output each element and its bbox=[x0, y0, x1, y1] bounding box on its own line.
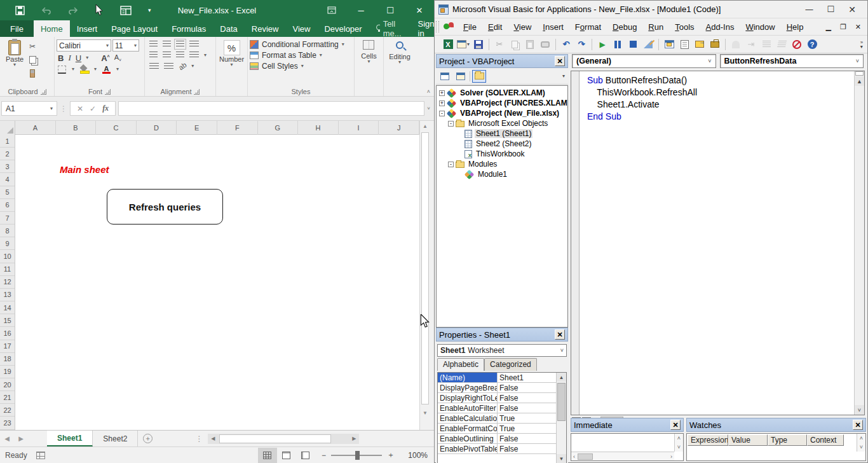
property-row-enablepivottable[interactable]: EnablePivotTableFalse bbox=[438, 444, 556, 454]
properties-panel-header[interactable]: Properties - Sheet1 ✕ bbox=[436, 328, 568, 342]
align-bottom-icon[interactable] bbox=[176, 41, 184, 48]
immediate-header[interactable]: Immediate ✕ bbox=[571, 418, 684, 432]
immediate-close-icon[interactable]: ✕ bbox=[670, 420, 681, 430]
watch-column-context[interactable]: Context bbox=[807, 434, 844, 446]
ribbon-options-icon[interactable] bbox=[317, 0, 346, 20]
design-mode-icon[interactable] bbox=[641, 38, 655, 52]
property-row-displayrighttoleft[interactable]: DisplayRightToLeftFalse bbox=[438, 393, 556, 403]
save-icon[interactable] bbox=[15, 6, 25, 15]
new-sheet-button[interactable]: ＋ bbox=[138, 431, 157, 446]
hscroll-right-icon[interactable]: ▶ bbox=[349, 434, 359, 444]
column-header-j[interactable]: J bbox=[379, 121, 419, 135]
project-close-icon[interactable]: ✕ bbox=[555, 56, 565, 66]
column-header-a[interactable]: A bbox=[15, 121, 56, 135]
menu-format[interactable]: Format bbox=[569, 20, 607, 34]
align-right-icon[interactable] bbox=[176, 52, 184, 59]
code-scroll-up-icon[interactable]: ▲ bbox=[855, 76, 864, 86]
column-header-i[interactable]: I bbox=[339, 121, 379, 135]
immediate-body[interactable]: ˄˅ ‹› bbox=[571, 433, 684, 461]
tree-item-thisworkbook[interactable]: ThisWorkbook bbox=[437, 149, 567, 159]
menu-view[interactable]: View bbox=[508, 20, 537, 34]
view-code-button[interactable] bbox=[438, 70, 452, 83]
tab-developer[interactable]: Developer bbox=[317, 20, 369, 37]
tab-review[interactable]: Review bbox=[245, 20, 286, 37]
tree-item-microsoft-excel-objects[interactable]: -Microsoft Excel Objects bbox=[437, 118, 567, 128]
view-object-button[interactable] bbox=[454, 70, 468, 83]
redo-icon[interactable] bbox=[68, 6, 78, 15]
tab-insert[interactable]: Insert bbox=[70, 20, 105, 37]
save-icon[interactable] bbox=[471, 38, 485, 52]
name-box[interactable]: A1▾ bbox=[1, 101, 57, 116]
increase-indent-icon[interactable] bbox=[164, 63, 173, 70]
vba-close-button[interactable]: ✕ bbox=[848, 4, 856, 15]
font-size-combo[interactable]: 11▾ bbox=[112, 39, 139, 52]
cancel-icon[interactable]: ✕ bbox=[77, 104, 83, 113]
row-header-9[interactable]: 9 bbox=[0, 237, 15, 250]
column-header-h[interactable]: H bbox=[298, 121, 339, 135]
align-left-icon[interactable] bbox=[149, 52, 158, 59]
format-as-table-button[interactable]: Format as Table▾ bbox=[250, 51, 344, 60]
property-value[interactable]: False bbox=[498, 444, 556, 453]
code-scroll-down-icon[interactable]: ˅ bbox=[855, 405, 864, 415]
paste-button[interactable]: Paste▾ bbox=[2, 39, 27, 86]
row-header-23[interactable]: 23 bbox=[0, 417, 15, 429]
property-value[interactable]: False bbox=[498, 393, 556, 403]
zoom-slider-thumb[interactable] bbox=[355, 451, 360, 460]
collapse-ribbon-icon[interactable]: ˄ bbox=[427, 88, 430, 95]
normal-view-button[interactable] bbox=[258, 448, 277, 463]
sheet-nav-left-icon[interactable]: ◀ bbox=[0, 431, 14, 446]
sheet-tab-sheet2[interactable]: Sheet2 bbox=[93, 431, 138, 446]
align-top-icon[interactable] bbox=[149, 41, 158, 48]
prop-scroll-up-icon[interactable]: ▲ bbox=[557, 373, 566, 382]
row-header-10[interactable]: 10 bbox=[0, 250, 15, 263]
undo-icon[interactable] bbox=[41, 6, 51, 15]
row-header-15[interactable]: 15 bbox=[0, 314, 15, 327]
page-break-view-button[interactable] bbox=[296, 448, 315, 463]
row-header-13[interactable]: 13 bbox=[0, 289, 15, 301]
row-header-4[interactable]: 4 bbox=[0, 173, 15, 186]
row-header-21[interactable]: 21 bbox=[0, 391, 15, 404]
immediate-hscroll[interactable]: ‹› bbox=[571, 452, 674, 460]
fill-color-icon[interactable] bbox=[80, 66, 88, 74]
scroll-up-icon[interactable]: ▲ bbox=[420, 121, 430, 132]
column-header-c[interactable]: C bbox=[96, 121, 137, 135]
procedure-dropdown[interactable]: ButtonRefreshData˅ bbox=[720, 54, 864, 68]
macro-security-icon[interactable] bbox=[790, 38, 804, 52]
row-header-8[interactable]: 8 bbox=[0, 225, 15, 237]
borders-icon[interactable] bbox=[58, 66, 66, 74]
zoom-percent[interactable]: 100% bbox=[401, 451, 428, 460]
object-dropdown[interactable]: (General)˅ bbox=[572, 54, 716, 68]
decrease-font-icon[interactable]: A˅ bbox=[114, 53, 121, 62]
property-value[interactable]: True bbox=[498, 424, 556, 433]
bold-button[interactable]: B bbox=[58, 53, 64, 63]
properties-tab-alphabetic[interactable]: Alphabetic bbox=[437, 358, 484, 371]
toolbar-overflow-icon[interactable]: »▾ bbox=[857, 40, 866, 49]
tree-item-sheet1-sheet1-[interactable]: Sheet1 (Sheet1) bbox=[437, 128, 567, 139]
property-row-enableformatcond[interactable]: EnableFormatCondTrue bbox=[438, 424, 556, 434]
font-dialog-launcher[interactable] bbox=[105, 89, 111, 95]
tree-item-vbaproject-funcres-xlam-[interactable]: +VBAProject (FUNCRES.XLAM) bbox=[437, 98, 567, 108]
watches-body[interactable]: ExpressionValueTypeContext ˄˅ bbox=[686, 433, 866, 461]
row-header-12[interactable]: 12 bbox=[0, 276, 15, 289]
project-explorer-icon[interactable] bbox=[662, 38, 676, 52]
align-center-icon[interactable] bbox=[163, 52, 171, 59]
row-header-20[interactable]: 20 bbox=[0, 378, 15, 391]
property-row-enablecalculation[interactable]: EnableCalculationTrue bbox=[438, 413, 556, 424]
collapse-icon[interactable]: - bbox=[439, 111, 445, 116]
immediate-vscroll[interactable]: ˄˅ bbox=[674, 434, 683, 452]
tell-me-box[interactable]: Tell me... bbox=[369, 19, 410, 38]
menubar-grip[interactable] bbox=[436, 21, 439, 32]
collapse-icon[interactable]: - bbox=[448, 121, 454, 127]
code-vertical-scrollbar[interactable]: ▲ ˅ bbox=[854, 71, 864, 415]
row-header-7[interactable]: 7 bbox=[0, 212, 15, 225]
sheet-tab-sheet1[interactable]: Sheet1 bbox=[47, 431, 93, 446]
menu-file[interactable]: File bbox=[458, 20, 482, 34]
watch-column-expression[interactable]: Expression bbox=[688, 434, 728, 446]
help-icon[interactable]: ? bbox=[805, 38, 819, 52]
menu-add-ins[interactable]: Add-Ins bbox=[700, 20, 740, 34]
row-header-5[interactable]: 5 bbox=[0, 186, 15, 199]
toolbox-icon[interactable] bbox=[708, 38, 722, 52]
qat-customize-icon[interactable]: ▾ bbox=[148, 7, 151, 13]
menu-debug[interactable]: Debug bbox=[607, 20, 642, 34]
property-value[interactable]: False bbox=[498, 403, 556, 413]
